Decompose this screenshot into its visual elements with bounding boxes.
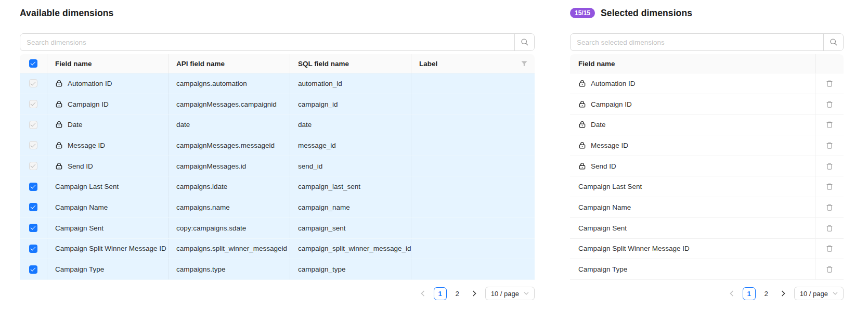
- available-table-row[interactable]: Campaign Typecampaigns.typecampaign_type: [20, 259, 535, 280]
- column-header-sql-field-name: SQL field name: [290, 54, 411, 73]
- delete-dimension-button[interactable]: [824, 160, 835, 172]
- row-checkbox[interactable]: [29, 224, 37, 232]
- column-header-actions: [815, 54, 844, 73]
- select-all-checkbox[interactable]: [29, 59, 37, 68]
- selected-table-row: Date: [570, 114, 844, 135]
- delete-dimension-button[interactable]: [824, 201, 835, 213]
- field-name: Send ID: [68, 162, 93, 170]
- row-checkbox[interactable]: [29, 183, 37, 191]
- delete-dimension-button[interactable]: [824, 222, 835, 234]
- api-field-name-cell: campaigns.split_winner_messageid: [168, 239, 290, 260]
- field-name-cell: Date: [570, 114, 815, 135]
- delete-dimension-button[interactable]: [824, 98, 835, 110]
- selected-count-badge: 15/15: [570, 8, 595, 18]
- available-table-row[interactable]: Campaign Split Winner Message IDcampaign…: [20, 239, 535, 260]
- available-table-row[interactable]: Message IDcampaignMessages.messageidmess…: [20, 135, 535, 156]
- selected-panel-title: Selected dimensions: [601, 8, 692, 19]
- actions-cell: [815, 73, 844, 94]
- page-2-button[interactable]: 2: [760, 287, 773, 300]
- selected-table-row: Campaign ID: [570, 94, 844, 115]
- label-filter-button[interactable]: [520, 60, 528, 68]
- sql-field-name-cell: campaign_split_winner_message_id: [290, 239, 411, 260]
- row-checkbox[interactable]: [29, 141, 37, 149]
- row-checkbox[interactable]: [29, 245, 37, 253]
- column-header-api-field-name: API field name: [168, 54, 290, 73]
- available-panel-title: Available dimensions: [20, 8, 113, 19]
- field-name-cell: Campaign Split Winner Message ID: [47, 239, 168, 260]
- delete-dimension-button[interactable]: [824, 139, 835, 151]
- next-page-button[interactable]: [777, 287, 790, 300]
- delete-dimension-button[interactable]: [824, 119, 835, 131]
- field-name: Campaign Sent: [578, 224, 627, 232]
- selected-search-input[interactable]: [571, 34, 823, 50]
- available-table-row[interactable]: Send IDcampaignMessages.idsend_id: [20, 156, 535, 177]
- page-2-button[interactable]: 2: [451, 287, 464, 300]
- available-table-row[interactable]: Automation IDcampaigns.automationautomat…: [20, 73, 535, 94]
- page-size-select[interactable]: 10 / page: [485, 287, 535, 300]
- page-size-value: 10 / page: [491, 290, 519, 298]
- available-table-row[interactable]: Campaign Last Sentcampaigns.ldatecampaig…: [20, 176, 535, 197]
- page-size-select[interactable]: 10 / page: [794, 287, 844, 300]
- available-table-row[interactable]: Datedatedate: [20, 114, 535, 135]
- api-field-name-cell: campaignMessages.id: [168, 156, 290, 177]
- row-checkbox[interactable]: [29, 79, 37, 87]
- checkbox-cell: [20, 218, 47, 239]
- available-search-button[interactable]: [514, 34, 534, 50]
- label-cell: [411, 94, 535, 115]
- prev-page-button[interactable]: [726, 287, 739, 300]
- delete-dimension-button[interactable]: [824, 181, 835, 193]
- column-header-field-name: Field name: [47, 54, 168, 73]
- page-1-button[interactable]: 1: [743, 287, 756, 300]
- selected-table-row: Campaign Last Sent: [570, 176, 844, 197]
- next-page-button[interactable]: [468, 287, 481, 300]
- available-search-input[interactable]: [20, 34, 514, 50]
- actions-cell: [815, 218, 844, 239]
- row-checkbox[interactable]: [29, 162, 37, 170]
- field-name-cell: Campaign Sent: [570, 218, 815, 239]
- selected-table-body: Automation IDCampaign IDDateMessage IDSe…: [570, 73, 844, 280]
- checkbox-cell: [20, 94, 47, 115]
- row-checkbox[interactable]: [29, 100, 37, 108]
- field-name: Automation ID: [591, 80, 636, 87]
- api-field-name-cell: campaignMessages.messageid: [168, 135, 290, 156]
- field-name-cell: Campaign Name: [47, 197, 168, 218]
- row-checkbox[interactable]: [29, 265, 37, 274]
- actions-cell: [815, 239, 844, 260]
- sql-field-name-cell: campaign_id: [290, 94, 411, 115]
- select-all-cell: [20, 54, 47, 73]
- field-name-cell: Campaign Last Sent: [570, 176, 815, 197]
- prev-page-button[interactable]: [417, 287, 430, 300]
- chevron-right-icon: [781, 290, 785, 297]
- available-table-row[interactable]: Campaign Namecampaigns.namecampaign_name: [20, 197, 535, 218]
- available-table-row[interactable]: Campaign IDcampaignMessages.campaignidca…: [20, 94, 535, 115]
- actions-cell: [815, 176, 844, 197]
- row-checkbox[interactable]: [29, 203, 37, 211]
- field-name: Campaign Last Sent: [55, 183, 119, 190]
- sql-field-name-cell: automation_id: [290, 73, 411, 94]
- delete-dimension-button[interactable]: [824, 242, 835, 254]
- selected-table-header: Field name: [570, 54, 844, 73]
- actions-cell: [815, 135, 844, 156]
- field-name: Campaign Split Winner Message ID: [55, 245, 166, 252]
- trash-icon: [826, 265, 833, 273]
- page-1-button[interactable]: 1: [434, 287, 447, 300]
- field-name-cell: Message ID: [570, 135, 815, 156]
- available-table-row[interactable]: Campaign Sentcopy:campaigns.sdatecampaig…: [20, 218, 535, 239]
- field-name-cell: Campaign Sent: [47, 218, 168, 239]
- api-field-name-cell: campaigns.ldate: [168, 176, 290, 197]
- sql-field-name-cell: campaign_name: [290, 197, 411, 218]
- field-name: Campaign Last Sent: [578, 183, 642, 190]
- delete-dimension-button[interactable]: [824, 78, 835, 89]
- delete-dimension-button[interactable]: [824, 263, 835, 275]
- available-title-row: Available dimensions: [20, 7, 113, 19]
- actions-cell: [815, 114, 844, 135]
- row-checkbox[interactable]: [29, 121, 37, 129]
- lock-icon: [578, 162, 586, 170]
- selected-table-row: Campaign Split Winner Message ID: [570, 239, 844, 260]
- field-name-cell: Message ID: [47, 135, 168, 156]
- available-table-header: Field name API field name SQL field name…: [20, 54, 535, 73]
- selected-search-button[interactable]: [823, 34, 843, 50]
- search-icon: [830, 38, 838, 46]
- sql-field-name-cell: date: [290, 114, 411, 135]
- checkbox-cell: [20, 156, 47, 177]
